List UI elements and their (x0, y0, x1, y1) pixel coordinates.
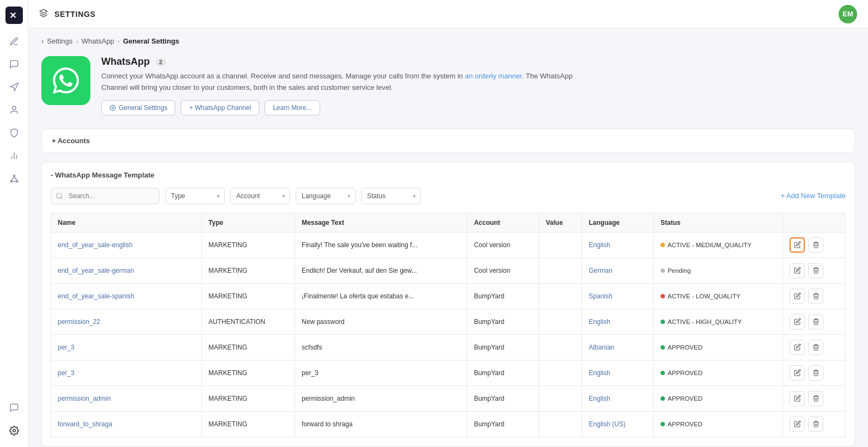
lang-link-1[interactable]: German (589, 267, 612, 274)
cell-name-3: permission_22 (51, 309, 202, 334)
delete-button-0[interactable] (808, 237, 823, 253)
cell-status-5: APPROVED (654, 360, 783, 385)
delete-button-6[interactable] (808, 391, 823, 406)
delete-button-3[interactable] (808, 314, 823, 329)
language-filter-wrap: Language (296, 188, 356, 204)
lang-link-5[interactable]: English (589, 369, 610, 377)
cell-account-6: BumpYard (467, 385, 539, 411)
edit-button-7[interactable] (790, 417, 805, 432)
lang-link-3[interactable]: English (589, 318, 610, 326)
cell-type-2: MARKETING (201, 283, 295, 309)
delete-button-7[interactable] (808, 417, 823, 432)
sidebar-item-shield[interactable] (4, 123, 24, 143)
cell-actions-7 (783, 411, 846, 437)
col-header-type: Type (201, 213, 295, 232)
account-filter[interactable]: Account (230, 188, 290, 204)
svg-point-6 (13, 175, 15, 176)
edit-button-1[interactable] (790, 263, 805, 278)
cell-name-2: end_of_year_sale-spanish (51, 283, 202, 309)
cell-value-5 (539, 360, 582, 385)
cell-account-3: BumpYard (467, 309, 539, 334)
name-link-2[interactable]: end_of_year_sale-spanish (58, 292, 135, 300)
cell-status-7: APPROVED (654, 411, 783, 437)
delete-button-1[interactable] (808, 263, 823, 278)
name-link-4[interactable]: per_3 (58, 344, 75, 351)
delete-button-5[interactable] (808, 365, 823, 381)
sidebar-item-edit[interactable] (4, 32, 24, 51)
learn-more-button[interactable]: Learn More... (265, 100, 320, 115)
cell-message-4: scfsdfs (295, 334, 467, 360)
name-link-0[interactable]: end_of_year_sale-english (58, 241, 132, 249)
language-filter[interactable]: Language (296, 188, 356, 204)
edit-button-4[interactable] (790, 340, 805, 355)
edit-button-0[interactable] (790, 237, 805, 253)
delete-button-4[interactable] (808, 340, 823, 355)
user-avatar[interactable]: EM (839, 5, 857, 23)
edit-button-2[interactable] (790, 289, 805, 304)
status-badge-6: APPROVED (661, 395, 776, 402)
edit-button-6[interactable] (790, 391, 805, 406)
status-filter[interactable]: Status (361, 188, 421, 204)
sidebar-item-megaphone[interactable] (4, 77, 24, 97)
lang-link-0[interactable]: English (589, 241, 610, 249)
cell-name-0: end_of_year_sale-english (51, 232, 202, 258)
lang-link-7[interactable]: English (US) (589, 420, 625, 428)
svg-line-9 (11, 176, 14, 181)
cell-actions-1 (783, 258, 846, 283)
type-filter[interactable]: Type (165, 188, 225, 204)
breadcrumb-settings[interactable]: Settings (47, 37, 72, 45)
delete-button-2[interactable] (808, 289, 823, 304)
cell-actions-2 (783, 283, 846, 309)
filters-row: Type Account Language Status (51, 188, 846, 204)
cell-type-7: MARKETING (201, 411, 295, 437)
cell-value-6 (539, 385, 582, 411)
accounts-section[interactable]: + Accounts (41, 128, 855, 153)
breadcrumb-whatsapp[interactable]: WhatsApp (82, 37, 114, 45)
status-dot-1 (661, 268, 665, 273)
edit-button-3[interactable] (790, 314, 805, 329)
type-filter-wrap: Type (165, 188, 225, 204)
status-badge-7: APPROVED (661, 421, 776, 427)
edit-button-5[interactable] (790, 365, 805, 381)
accounts-section-header[interactable]: + Accounts (42, 129, 854, 152)
lang-link-4[interactable]: Albanian (589, 344, 614, 351)
sidebar-item-users[interactable] (4, 100, 24, 120)
name-link-5[interactable]: per_3 (58, 369, 75, 377)
breadcrumb-sep-1: › (76, 37, 78, 45)
status-badge-2: ACTIVE - LOW_QUALITY (661, 293, 776, 299)
sidebar-item-network[interactable] (4, 169, 24, 188)
cell-value-0 (539, 232, 582, 258)
general-settings-button[interactable]: General Settings (101, 100, 175, 115)
table-row: per_3 MARKETING per_3 BumpYard English A… (51, 360, 846, 385)
name-link-7[interactable]: forward_to_shraga (58, 420, 112, 428)
cell-account-0: Cool version (467, 232, 539, 258)
plugin-title: WhatsApp (101, 56, 150, 68)
plugin-desc-link[interactable]: an orderly manner. (465, 72, 524, 80)
svg-line-10 (14, 176, 17, 181)
app-logo[interactable]: ✕ (5, 7, 23, 24)
status-dot-2 (661, 294, 665, 298)
sidebar-item-settings[interactable] (4, 421, 24, 440)
cell-value-2 (539, 283, 582, 309)
name-link-1[interactable]: end_of_year_sale-german (58, 267, 134, 274)
name-link-3[interactable]: permission_22 (58, 318, 100, 326)
cell-actions-6 (783, 385, 846, 411)
sidebar-item-chat[interactable] (4, 54, 24, 74)
plugin-description: Connect your WhatsApp account as a chann… (101, 71, 591, 94)
whatsapp-channel-button[interactable]: + WhatsApp Channel (181, 100, 259, 115)
search-input[interactable] (51, 188, 160, 204)
sidebar-item-feedback[interactable] (4, 398, 24, 418)
lang-link-2[interactable]: Spanish (589, 292, 612, 300)
plugin-actions: General Settings + WhatsApp Channel Lear… (101, 100, 855, 115)
cell-language-6: English (582, 385, 654, 411)
add-template-button[interactable]: + Add New Template (781, 192, 846, 200)
sidebar-item-chart[interactable] (4, 146, 24, 166)
cell-name-4: per_3 (51, 334, 202, 360)
svg-point-12 (13, 430, 15, 432)
action-cell-0 (790, 237, 839, 253)
name-link-6[interactable]: permission_admin (58, 395, 111, 402)
col-header-actions (783, 213, 846, 232)
search-icon (56, 192, 63, 200)
lang-link-6[interactable]: English (589, 395, 610, 402)
cell-name-5: per_3 (51, 360, 202, 385)
